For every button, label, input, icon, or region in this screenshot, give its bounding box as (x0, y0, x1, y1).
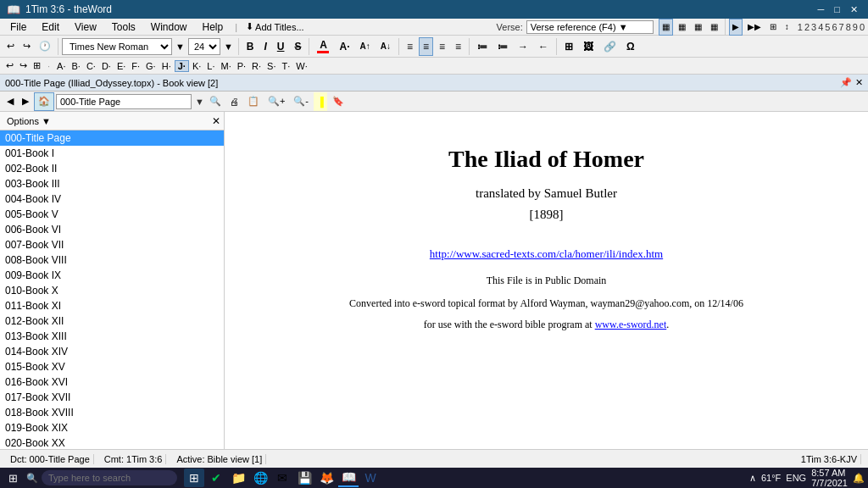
insert-special[interactable]: Ω (622, 37, 639, 56)
nav-bookmark[interactable]: 🔖 (329, 92, 348, 111)
alpha-forward[interactable]: ↪ (17, 60, 30, 71)
menu-window[interactable]: Window (144, 19, 194, 35)
taskbar-app-word[interactable]: W (360, 469, 381, 487)
align-right[interactable]: ≡ (435, 37, 449, 56)
bullet-list[interactable]: ≔ (473, 37, 492, 56)
taskbar-notifications[interactable]: 🔔 (853, 473, 865, 484)
nav-highlight[interactable]: ▐ (314, 92, 327, 111)
sidebar-close-btn[interactable]: ✕ (212, 115, 220, 127)
window-close-icon[interactable]: ✕ (855, 77, 863, 88)
alpha-e[interactable]: E· (114, 61, 128, 71)
address-input[interactable] (56, 94, 192, 109)
align-justify[interactable]: ≡ (451, 37, 465, 56)
sidebar-item[interactable]: 005-Book V (0, 207, 224, 222)
highlight-button[interactable]: A· (335, 37, 353, 56)
sidebar-item[interactable]: 015-Book XV (0, 359, 224, 374)
nav-btn-2[interactable]: ▶▶ (744, 19, 765, 36)
nav-btn-4[interactable]: ↕ (782, 19, 793, 36)
font-size-selector[interactable]: 24 (188, 38, 220, 55)
esword-link[interactable]: www.e-sword.net (595, 319, 667, 330)
layout-btn-1[interactable]: ▦ (659, 19, 673, 36)
nav-zoom-out[interactable]: 🔍- (290, 92, 312, 111)
menu-edit[interactable]: Edit (35, 19, 66, 35)
numbered-list[interactable]: ≔ (493, 37, 512, 56)
strikethrough-button[interactable]: S (290, 37, 305, 56)
nav-zoom-in[interactable]: 🔍+ (264, 92, 288, 111)
alpha-c[interactable]: C· (84, 61, 98, 71)
taskbar-up-arrow[interactable]: ∧ (749, 473, 756, 484)
sidebar-item[interactable]: 010-Book X (0, 283, 224, 298)
underline-button[interactable]: U (273, 37, 289, 56)
alpha-r[interactable]: R· (249, 61, 264, 71)
restore-button[interactable]: □ (831, 4, 843, 15)
sidebar-item[interactable]: 018-Book XVIII (0, 405, 224, 420)
window-pin-icon[interactable]: 📌 (840, 77, 852, 88)
undo-button[interactable]: ↩ (3, 37, 18, 56)
taskbar-app-mail[interactable]: ✉ (272, 469, 292, 487)
verse-input[interactable] (526, 20, 654, 34)
alpha-h[interactable]: H· (159, 61, 174, 71)
alpha-m[interactable]: M· (218, 61, 233, 71)
taskbar-app-cortana[interactable]: ⊞ (184, 469, 204, 487)
sidebar-item[interactable]: 003-Book III (0, 176, 224, 191)
menu-file[interactable]: File (3, 19, 33, 35)
alpha-b[interactable]: B· (69, 61, 82, 71)
taskbar-app-save[interactable]: 💾 (294, 469, 314, 487)
font-selector[interactable]: Times New Roman (62, 38, 172, 55)
nav-back-btn[interactable]: ◀ (3, 92, 17, 111)
taskbar-app-theword[interactable]: 📖 (338, 469, 359, 487)
book-link[interactable]: http://www.sacred-texts.com/cla/homer/il… (430, 247, 663, 261)
add-titles-button[interactable]: ⬇ Add Titles... (242, 18, 307, 36)
alpha-s[interactable]: S· (264, 61, 278, 71)
alpha-d[interactable]: D· (99, 61, 114, 71)
taskbar-search[interactable] (42, 470, 177, 485)
layout-btn-4[interactable]: ▦ (707, 19, 721, 36)
sidebar-item[interactable]: 004-Book IV (0, 191, 224, 207)
alpha-p[interactable]: P· (235, 61, 248, 71)
nav-forward-btn[interactable]: ▶ (19, 92, 32, 111)
taskbar-app-firefox[interactable]: 🦊 (316, 469, 337, 487)
alpha-home[interactable]: ⊞ (31, 60, 43, 71)
taskbar-app-ie[interactable]: 🌐 (250, 469, 270, 487)
alpha-f[interactable]: F· (129, 61, 142, 71)
sidebar-item[interactable]: 019-Book XIX (0, 420, 224, 435)
insert-image[interactable]: 🖼 (579, 37, 598, 56)
italic-button[interactable]: I (259, 37, 270, 56)
insert-table[interactable]: ⊞ (560, 37, 577, 56)
sidebar-item[interactable]: 009-Book IX (0, 268, 224, 283)
history-button[interactable]: 🕐 (36, 37, 54, 56)
alpha-g[interactable]: G· (143, 61, 159, 71)
indent-in[interactable]: → (514, 37, 532, 56)
alpha-t[interactable]: T· (280, 61, 293, 71)
sidebar-item[interactable]: 020-Book XX (0, 435, 224, 449)
align-left[interactable]: ≡ (403, 37, 417, 56)
sidebar-item[interactable]: 014-Book XIV (0, 344, 224, 359)
font-size-up[interactable]: A↑ (355, 37, 374, 56)
sidebar-item[interactable]: 013-Book XIII (0, 329, 224, 344)
nav-btn-3[interactable]: ⊞ (766, 19, 780, 36)
sidebar-item[interactable]: 000-Title Page (0, 130, 224, 146)
taskbar-app-check[interactable]: ✔ (206, 469, 226, 487)
start-button[interactable]: ⊞ (3, 472, 23, 485)
close-button[interactable]: ✕ (847, 4, 861, 15)
options-button[interactable]: Options ▼ (3, 114, 54, 128)
sidebar-item[interactable]: 011-Book XI (0, 298, 224, 313)
sidebar-item[interactable]: 001-Book I (0, 146, 224, 161)
font-size-down[interactable]: A↓ (376, 37, 395, 56)
layout-btn-3[interactable]: ▦ (691, 19, 705, 36)
redo-button[interactable]: ↪ (19, 37, 34, 56)
sidebar-item[interactable]: 007-Book VII (0, 237, 224, 252)
alpha-k[interactable]: K· (190, 61, 203, 71)
nav-btn-1[interactable]: ▶ (729, 19, 743, 36)
nav-home-btn[interactable]: 🏠 (34, 92, 54, 111)
alpha-back[interactable]: ↩ (3, 60, 16, 71)
sidebar-item[interactable]: 002-Book II (0, 161, 224, 176)
sidebar-item[interactable]: 012-Book XII (0, 313, 224, 329)
alpha-w[interactable]: W· (293, 61, 309, 71)
sidebar-item[interactable]: 006-Book VI (0, 222, 224, 237)
menu-help[interactable]: Help (196, 19, 231, 35)
alpha-j[interactable]: J· (175, 60, 189, 72)
taskbar-app-files[interactable]: 📁 (228, 469, 248, 487)
sidebar-item[interactable]: 016-Book XVI (0, 374, 224, 390)
insert-link[interactable]: 🔗 (599, 37, 620, 56)
